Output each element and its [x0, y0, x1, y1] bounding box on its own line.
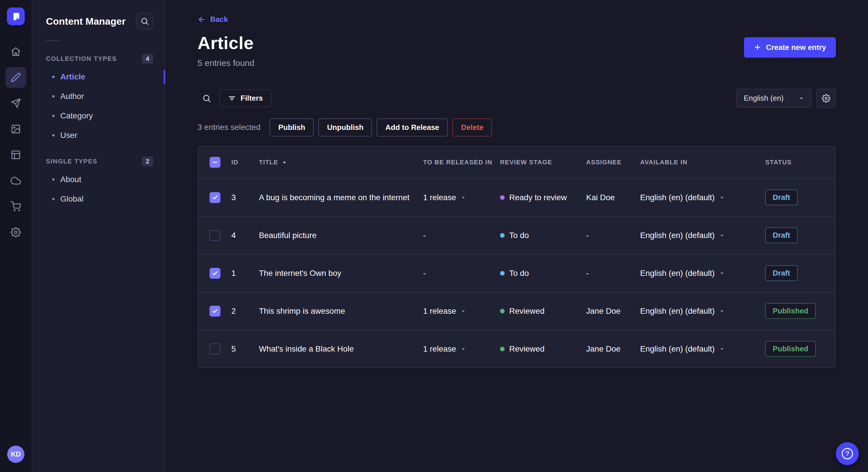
plus-icon [754, 43, 761, 51]
status-badge: Published [765, 303, 816, 319]
content-manager-icon[interactable] [5, 67, 26, 88]
search-entries-button[interactable] [197, 89, 216, 107]
column-header-id: ID [231, 159, 259, 166]
check-icon [212, 308, 218, 314]
table-row[interactable]: 1 The internet's Own boy - To do - Engli… [198, 254, 835, 292]
cell-available-in[interactable]: English (en) (default) [640, 193, 765, 202]
gear-icon [822, 94, 830, 103]
chevron-down-icon[interactable] [461, 308, 466, 314]
column-header-release: TO BE RELEASED IN [423, 159, 500, 166]
back-link[interactable]: Back [197, 15, 228, 24]
cell-available-in[interactable]: English (en) (default) [640, 307, 765, 316]
home-icon[interactable] [5, 41, 26, 62]
unpublish-button[interactable]: Unpublish [318, 119, 372, 136]
cell-title: This shrimp is awesome [259, 307, 423, 316]
sidebar-item-author[interactable]: Author [32, 87, 165, 106]
search-content-types-button[interactable] [136, 12, 153, 30]
cell-available-in[interactable]: English (en) (default) [640, 269, 765, 278]
bullet-icon [52, 178, 55, 181]
select-all-checkbox[interactable] [210, 157, 220, 168]
content-manager-sidebar: Content Manager COLLECTION TYPES 4 Artic… [32, 0, 165, 472]
check-icon [212, 194, 218, 201]
single-types-section: SINGLE TYPES 2 About Global [32, 154, 165, 209]
list-toolbar: Filters English (en) [197, 89, 836, 108]
table-row[interactable]: 4 Beautiful picture - To do - English (e… [198, 216, 835, 254]
check-icon [212, 270, 218, 276]
chevron-down-icon [719, 346, 724, 351]
row-checkbox[interactable] [210, 268, 220, 279]
sidebar-title: Content Manager [46, 16, 126, 27]
entries-count: 5 entries found [197, 58, 254, 68]
search-icon [202, 94, 211, 103]
cell-title: The internet's Own boy [259, 269, 423, 278]
bulk-actions-bar: 3 entries selected Publish Unpublish Add… [197, 119, 836, 136]
list-settings-button[interactable] [816, 89, 836, 108]
cell-review-stage: Ready to review [500, 193, 586, 202]
cell-assignee: Jane Doe [586, 307, 640, 316]
review-stage-dot [500, 195, 505, 200]
row-checkbox[interactable] [210, 343, 220, 355]
sort-ascending-icon[interactable] [282, 160, 287, 165]
cell-available-in[interactable]: English (en) (default) [640, 231, 765, 240]
sidebar-item-label: About [60, 175, 81, 184]
table-row[interactable]: 5 What's inside a Black Hole 1 release R… [198, 330, 835, 368]
bullet-icon [52, 95, 55, 98]
sidebar-header: Content Manager [32, 11, 165, 30]
chevron-down-icon [719, 195, 724, 200]
app-root: KD Content Manager COLLECTION TYPES 4 Ar… [0, 0, 868, 472]
indeterminate-icon [212, 159, 218, 165]
sidebar-item-article[interactable]: Article [32, 67, 165, 87]
cell-review-stage: To do [500, 231, 586, 240]
create-new-entry-button[interactable]: Create new entry [744, 37, 836, 58]
arrow-left-icon [197, 15, 206, 24]
cell-release: 1 release [423, 193, 500, 202]
deploy-icon[interactable] [5, 170, 26, 191]
cell-id: 2 [231, 307, 259, 316]
sidebar-item-user[interactable]: User [32, 126, 165, 145]
add-to-release-button[interactable]: Add to Release [377, 119, 448, 136]
status-badge: Published [765, 341, 816, 357]
column-header-title[interactable]: TITLE [259, 159, 423, 166]
releases-icon[interactable] [5, 93, 26, 113]
chevron-down-icon [719, 308, 724, 314]
help-button[interactable]: ? [836, 442, 859, 465]
column-header-available-in: AVAILABLE IN [640, 159, 765, 166]
cell-assignee: Jane Doe [586, 344, 640, 353]
review-stage-dot [500, 347, 505, 351]
entries-table: ID TITLE TO BE RELEASED IN REVIEW STAGE … [197, 146, 836, 368]
filter-icon [228, 94, 236, 102]
section-count-badge: 4 [142, 54, 153, 64]
table-row[interactable]: 2 This shrimp is awesome 1 release Revie… [198, 292, 835, 330]
content-type-builder-icon[interactable] [5, 144, 26, 165]
chevron-down-icon[interactable] [461, 195, 466, 200]
chevron-down-icon [799, 96, 804, 101]
settings-icon[interactable] [5, 222, 26, 243]
locale-select[interactable]: English (en) [736, 89, 812, 108]
chevron-down-icon[interactable] [461, 346, 466, 351]
marketplace-icon[interactable] [5, 196, 26, 217]
row-checkbox[interactable] [210, 306, 220, 316]
row-checkbox[interactable] [210, 192, 220, 203]
avatar[interactable]: KD [7, 446, 24, 463]
toolbar-left: Filters [197, 89, 272, 107]
status-badge: Draft [765, 227, 798, 243]
review-stage-dot [500, 233, 505, 238]
publish-button[interactable]: Publish [270, 119, 314, 136]
cell-assignee: Kai Doe [586, 193, 640, 202]
row-checkbox[interactable] [210, 230, 220, 241]
sidebar-item-global[interactable]: Global [32, 189, 165, 209]
table-header-row: ID TITLE TO BE RELEASED IN REVIEW STAGE … [198, 146, 835, 178]
main-content: Back Article 5 entries found Create new … [165, 0, 868, 472]
filters-button[interactable]: Filters [219, 89, 272, 107]
strapi-logo[interactable] [7, 7, 25, 25]
sidebar-item-label: Category [60, 111, 93, 121]
rail-items [5, 41, 26, 243]
review-stage-dot [500, 309, 505, 313]
media-library-icon[interactable] [5, 119, 26, 139]
delete-button[interactable]: Delete [453, 119, 492, 136]
sidebar-item-category[interactable]: Category [32, 106, 165, 126]
cell-available-in[interactable]: English (en) (default) [640, 344, 765, 353]
sidebar-item-about[interactable]: About [32, 170, 165, 189]
cell-title: What's inside a Black Hole [259, 344, 423, 353]
table-row[interactable]: 3 A bug is becoming a meme on the intern… [198, 178, 835, 216]
